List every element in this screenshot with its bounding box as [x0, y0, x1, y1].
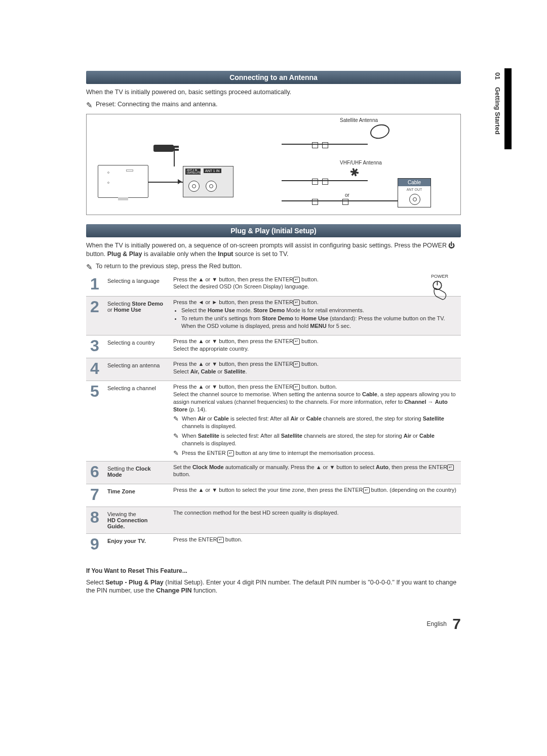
pp-intro-d: source is set to TV.: [235, 250, 289, 258]
or-label: or: [345, 192, 349, 198]
side-tab-text: 01 Getting Started: [494, 72, 501, 135]
step-title: Selecting an antenna: [103, 358, 169, 381]
step-number: 6: [86, 461, 103, 484]
note-icon: ✎: [173, 433, 179, 447]
antenna-intro: When the TV is initially powered on, bas…: [86, 88, 461, 97]
pp-intro-bold-pp: Plug & Play: [107, 250, 142, 258]
steps-table: 1Selecting a languagePress the ▲ or ▼ bu…: [86, 274, 461, 556]
step-body: The connection method for the best HD sc…: [169, 507, 461, 533]
step-title: Viewing theHD Connection Guide.: [103, 507, 169, 533]
step-body: Press the ◄ or ► button, then press the …: [169, 296, 461, 335]
pp-intro-bold-input: Input: [218, 250, 233, 258]
manual-page: 01 Getting Started Connecting to an Ante…: [86, 0, 461, 663]
side-tab-indicator: [504, 68, 512, 149]
note-icon: ✎: [86, 101, 93, 109]
step-body: Press the ▲ or ▼ button, then press the …: [169, 335, 461, 358]
step-body: Press the ▲ or ▼ button, then press the …: [169, 381, 461, 461]
tv-rear-panel: ANT 2 IN (SATELLITE) ANT 1 IN: [183, 166, 233, 197]
enter-icon: ↵: [293, 384, 300, 390]
enter-icon: ↵: [447, 465, 454, 471]
step-number: 7: [86, 484, 103, 507]
arrow-icon: [178, 179, 182, 184]
port-label-ant1: ANT 1 IN: [204, 169, 221, 173]
step-title: Setting the Clock Mode: [103, 461, 169, 484]
section-heading-antenna: Connecting to an Antenna: [86, 71, 461, 84]
step-subnote: ✎When Air or Cable is selected first: Af…: [173, 415, 457, 430]
cable-line-vertical: [174, 146, 175, 166]
ant-port-icon: [206, 181, 217, 192]
note-icon: ✎: [86, 263, 93, 271]
reset-c: function.: [193, 587, 217, 594]
vhf-coax-line: [282, 180, 368, 184]
reset-heading: If You Want to Reset This Feature...: [86, 567, 461, 574]
step-row: 2Selecting Store Demo or Home UsePress t…: [86, 296, 461, 335]
tv-icon: [98, 165, 148, 198]
step-body: Press the ▲ or ▼ button, then press the …: [169, 358, 461, 381]
satellite-dish-icon: [370, 123, 389, 140]
step-title: Selecting a country: [103, 335, 169, 358]
steps-table-wrap: POWER 1Selecting a languagePress the ▲ o…: [86, 274, 461, 556]
cable-head-label: Cable: [398, 179, 431, 186]
return-note-text: To return to the previous step, press th…: [96, 263, 242, 270]
chapter-number: 01: [494, 72, 501, 79]
enter-icon: ↵: [363, 487, 370, 493]
port-label-sat: ANT 2 IN (SATELLITE): [185, 169, 201, 175]
step-title: Time Zone: [103, 484, 169, 507]
step-body: Press the ▲ or ▼ button, then press the …: [169, 274, 461, 297]
reset-a: Select: [86, 579, 105, 586]
step-row: 1Selecting a languagePress the ▲ or ▼ bu…: [86, 274, 461, 297]
pp-intro-power: POWER: [423, 242, 447, 249]
satellite-antenna-label: Satellite Antenna: [340, 117, 378, 123]
step-body: Press the ENTER↵ button.: [169, 533, 461, 556]
section-heading-plugplay: Plug & Play (Initial Setup): [86, 224, 461, 237]
step-number: 1: [86, 274, 103, 297]
enter-icon: ↵: [293, 339, 300, 345]
enter-icon: ↵: [293, 277, 300, 283]
power-label: POWER: [424, 274, 455, 279]
sat-port-icon: [188, 181, 200, 192]
enter-icon: ↵: [293, 300, 300, 306]
step-number: 3: [86, 335, 103, 358]
step-row: 6Setting the Clock ModeSet the Clock Mod…: [86, 461, 461, 484]
ant-out-label: ANT OUT: [398, 188, 431, 191]
step-row: 4Selecting an antennaPress the ▲ or ▼ bu…: [86, 358, 461, 381]
pp-intro-b: button.: [86, 250, 107, 258]
chapter-title: Getting Started: [494, 87, 501, 135]
page-footer: English 7: [86, 615, 461, 633]
step-number: 4: [86, 358, 103, 381]
step-number: 2: [86, 296, 103, 335]
step-row: 3Selecting a countryPress the ▲ or ▼ but…: [86, 335, 461, 358]
ant-out-port-icon: [409, 194, 420, 205]
step-title: Selecting a channel: [103, 381, 169, 461]
cable-coax-line: [282, 200, 398, 204]
antenna-preset-text: Preset: Connecting the mains and antenna…: [96, 101, 217, 108]
hand-power-icon: [428, 279, 451, 302]
step-number: 8: [86, 507, 103, 533]
antenna-preset-note: ✎ Preset: Connecting the mains and anten…: [86, 101, 461, 109]
step-number: 9: [86, 533, 103, 556]
step-row: 9Enjoy your TV.Press the ENTER↵ button.: [86, 533, 461, 556]
sat-coax-line: [282, 144, 368, 148]
reset-bold1: Setup - Plug & Play: [105, 579, 164, 586]
vhf-antenna-icon: ✱: [348, 165, 361, 181]
step-subnote: ✎Press the ENTER ↵ button at any time to…: [173, 449, 457, 457]
step-bullet: Select the Home Use mode. Store Demo Mod…: [181, 307, 457, 314]
step-number: 5: [86, 381, 103, 461]
enter-icon: ↵: [217, 537, 224, 543]
step-body: Set the Clock Mode automatically or manu…: [169, 461, 461, 484]
step-title: Enjoy your TV.: [103, 533, 169, 556]
step-title: Selecting a language: [103, 274, 169, 297]
pp-intro-c: is available only when the: [144, 250, 218, 258]
enter-icon: ↵: [293, 361, 300, 367]
footer-lang: English: [427, 620, 447, 627]
vhf-antenna-label: VHF/UHF Antenna: [340, 160, 382, 165]
antenna-diagram: ANT 2 IN (SATELLITE) ANT 1 IN Satellite …: [86, 114, 461, 215]
plugplay-intro: When the TV is initially powered on, a s…: [86, 241, 461, 259]
plugplay-return-note: ✎ To return to the previous step, press …: [86, 263, 461, 271]
step-title: Selecting Store Demo or Home Use: [103, 296, 169, 335]
reset-bold2: Change PIN: [156, 587, 191, 594]
reset-body: Select Setup - Plug & Play (Initial Setu…: [86, 578, 461, 596]
mains-plug-icon: [153, 145, 174, 152]
pp-intro-a: When the TV is initially powered on, a s…: [86, 242, 423, 249]
power-button-illustration: POWER: [424, 274, 455, 303]
